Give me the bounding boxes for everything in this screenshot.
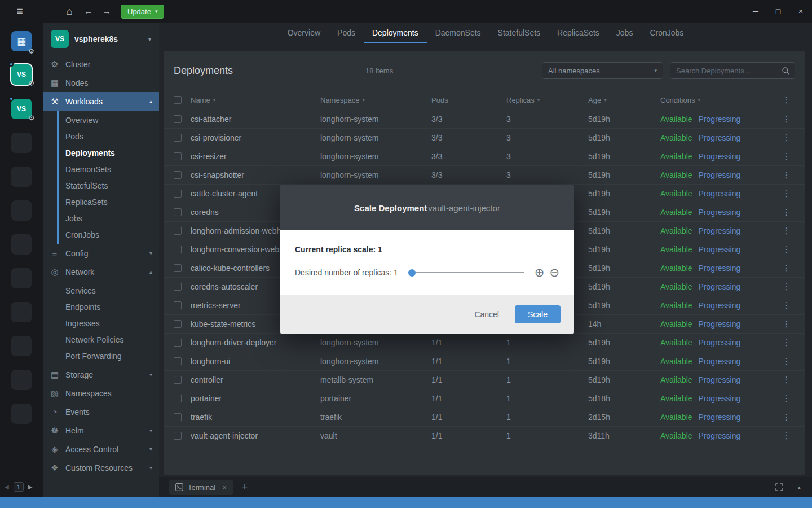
row-checkbox[interactable]	[174, 357, 182, 365]
scale-button[interactable]: Scale	[515, 305, 561, 323]
sidebar-item-network-policies[interactable]: Network Policies	[59, 331, 159, 348]
row-menu-button[interactable]: ⋮	[778, 431, 795, 441]
row-checkbox[interactable]	[174, 208, 182, 216]
close-icon[interactable]: ×	[222, 483, 227, 492]
sidebar-item-endpoints[interactable]: Endpoints	[59, 299, 159, 315]
row-menu-button[interactable]: ⋮	[778, 114, 795, 124]
forward-icon[interactable]: →	[99, 6, 114, 16]
sidebar-item-network[interactable]: ◎Network▴	[43, 262, 159, 281]
gear-icon[interactable]: ⚙	[28, 79, 35, 87]
tab-daemonsets[interactable]: DaemonSets	[427, 23, 489, 43]
row-checkbox[interactable]	[174, 134, 182, 142]
close-button[interactable]: ×	[789, 7, 812, 16]
sidebar-item-storage[interactable]: ▤Storage▾	[43, 365, 159, 384]
row-checkbox[interactable]	[174, 246, 182, 253]
row-menu-button[interactable]: ⋮	[778, 375, 795, 385]
row-checkbox[interactable]	[174, 395, 182, 402]
select-all-checkbox[interactable]	[174, 96, 182, 104]
row-menu-button[interactable]: ⋮	[778, 189, 795, 199]
sidebar-item-config[interactable]: ≡Config▾	[43, 244, 159, 262]
column-header-conditions[interactable]: Conditions▾	[660, 96, 778, 104]
sidebar-item-services[interactable]: Services	[59, 282, 159, 299]
row-checkbox[interactable]	[174, 432, 182, 440]
row-checkbox[interactable]	[174, 152, 182, 160]
row-menu-button[interactable]: ⋮	[778, 151, 795, 161]
sidebar-item-namespaces[interactable]: ▧Namespaces	[43, 384, 159, 402]
sidebar-item-cronjobs[interactable]: CronJobs	[59, 226, 159, 243]
row-menu-button[interactable]: ⋮	[778, 412, 795, 422]
row-checkbox[interactable]	[174, 115, 182, 123]
sidebar-item-deployments[interactable]: Deployments	[59, 144, 159, 161]
tab-cronjobs[interactable]: CronJobs	[641, 23, 692, 43]
table-row[interactable]: csi-provisionerlonghorn-system3/335d19hA…	[164, 128, 805, 147]
sidebar-item-cluster[interactable]: ⚙Cluster	[43, 55, 159, 73]
tab-jobs[interactable]: Jobs	[608, 23, 642, 43]
column-header-pods[interactable]: Pods	[431, 96, 506, 104]
table-row[interactable]: traefiktraefik1/112d15hAvailableProgress…	[164, 408, 805, 426]
gear-icon[interactable]: ⚙	[28, 113, 35, 122]
row-checkbox[interactable]	[174, 413, 182, 421]
row-menu-button[interactable]: ⋮	[778, 244, 795, 255]
maximize-button[interactable]: □	[767, 7, 789, 16]
tab-replicasets[interactable]: ReplicaSets	[549, 23, 608, 43]
table-row[interactable]: longhorn-driver-deployerlonghorn-system1…	[164, 333, 805, 352]
new-terminal-button[interactable]: +	[242, 481, 248, 493]
table-row[interactable]: portainerportainer1/115d18hAvailableProg…	[164, 389, 805, 408]
sidebar-item-jobs[interactable]: Jobs	[59, 210, 159, 226]
table-row[interactable]: controllermetallb-system1/115d19hAvailab…	[164, 370, 805, 389]
sidebar-item-replicasets[interactable]: ReplicaSets	[59, 194, 159, 210]
cluster-selector[interactable]: VS vspherek8s ▾	[43, 23, 159, 55]
row-checkbox[interactable]	[174, 190, 182, 198]
table-row[interactable]: csi-snapshotterlonghorn-system3/335d19hA…	[164, 165, 805, 184]
gear-icon[interactable]: ⚙	[28, 47, 34, 55]
row-checkbox[interactable]	[174, 301, 182, 309]
row-checkbox[interactable]	[174, 264, 182, 272]
terminal-tab[interactable]: Terminal ×	[169, 480, 233, 495]
row-checkbox[interactable]	[174, 171, 182, 179]
minimize-button[interactable]: ─	[744, 7, 767, 16]
search-input[interactable]	[676, 67, 782, 75]
sidebar-item-helm[interactable]: ☸Helm▾	[43, 421, 159, 440]
expand-icon[interactable]	[775, 483, 784, 492]
update-button[interactable]: Update ▾	[121, 5, 164, 19]
menu-icon[interactable]: ≡	[12, 5, 27, 17]
replicas-slider[interactable]	[408, 269, 524, 277]
namespace-select[interactable]: All namespaces ▾	[542, 62, 663, 79]
row-menu-button[interactable]: ⋮	[778, 207, 795, 217]
row-checkbox[interactable]	[174, 339, 182, 347]
row-menu-button[interactable]: ⋮	[778, 338, 795, 348]
sidebar-item-access-control[interactable]: ◈Access Control▾	[43, 440, 159, 458]
sidebar-item-nodes[interactable]: ▦Nodes	[43, 73, 159, 92]
row-menu-button[interactable]: ⋮	[778, 263, 795, 273]
sidebar-item-events[interactable]: ◔Events	[43, 402, 159, 421]
header-menu-button[interactable]: ⋮	[778, 95, 795, 105]
row-menu-button[interactable]: ⋮	[778, 356, 795, 366]
sidebar-item-overview[interactable]: Overview	[59, 112, 159, 128]
decrease-replicas-icon[interactable]: ⊖	[549, 266, 559, 278]
increase-replicas-icon[interactable]: ⊕	[535, 266, 545, 278]
sidebar-item-daemonsets[interactable]: DaemonSets	[59, 161, 159, 177]
row-checkbox[interactable]	[174, 283, 182, 291]
column-header-age[interactable]: Age▾	[588, 96, 660, 104]
column-header-name[interactable]: Name▾	[191, 96, 320, 104]
prev-page-icon[interactable]: ◀	[5, 484, 9, 490]
tab-overview[interactable]: Overview	[279, 23, 329, 43]
row-checkbox[interactable]	[174, 227, 182, 235]
row-menu-button[interactable]: ⋮	[778, 300, 795, 310]
sidebar-item-pods[interactable]: Pods	[59, 128, 159, 144]
column-header-replicas[interactable]: Replicas▾	[506, 96, 588, 104]
sidebar-item-workloads[interactable]: ⚒Workloads▴	[43, 92, 159, 111]
row-menu-button[interactable]: ⋮	[778, 319, 795, 329]
back-icon[interactable]: ←	[81, 6, 96, 16]
row-menu-button[interactable]: ⋮	[778, 170, 795, 180]
table-row[interactable]: csi-attacherlonghorn-system3/335d19hAvai…	[164, 110, 805, 128]
cancel-button[interactable]: Cancel	[474, 310, 499, 319]
sidebar-item-custom-resources[interactable]: ❖Custom Resources▾	[43, 458, 159, 477]
tab-deployments[interactable]: Deployments	[364, 23, 427, 43]
row-menu-button[interactable]: ⋮	[778, 133, 795, 143]
table-row[interactable]: longhorn-uilonghorn-system1/115d19hAvail…	[164, 352, 805, 370]
row-checkbox[interactable]	[174, 376, 182, 384]
row-menu-button[interactable]: ⋮	[778, 393, 795, 404]
row-menu-button[interactable]: ⋮	[778, 226, 795, 236]
tab-pods[interactable]: Pods	[329, 23, 364, 43]
